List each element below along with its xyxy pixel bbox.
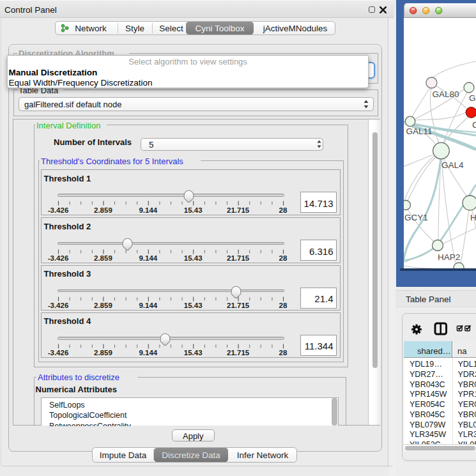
svg-text:GAL80: GAL80 (433, 89, 459, 99)
svg-text:H: H (470, 213, 476, 222)
svg-text:GAL4: GAL4 (441, 160, 464, 170)
svg-text:GA: GA (469, 93, 476, 103)
svg-text:C: C (472, 120, 476, 130)
svg-text:GCY1: GCY1 (404, 213, 428, 222)
svg-text:GAL11: GAL11 (406, 127, 433, 136)
svg-text:HAP2: HAP2 (438, 252, 460, 262)
